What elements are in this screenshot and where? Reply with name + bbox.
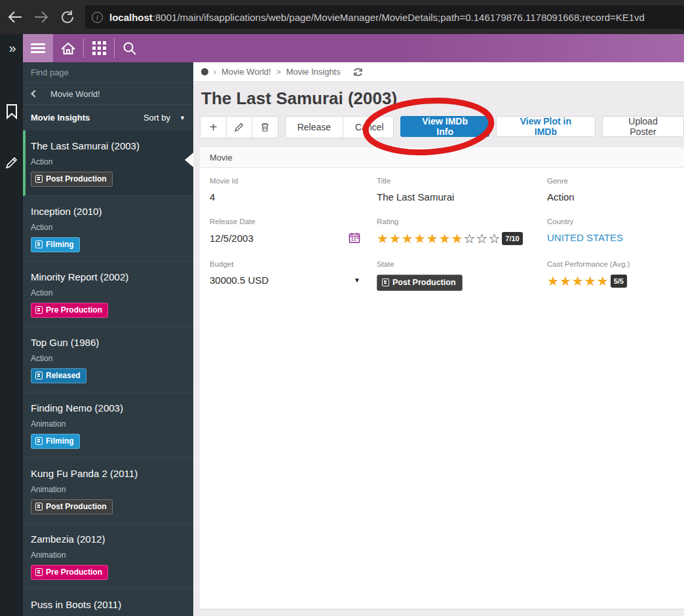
field-state: State Post Production <box>377 260 547 291</box>
find-page-row <box>23 62 193 83</box>
cast-score-badge: 5/5 <box>611 275 627 288</box>
dropdown-caret-icon[interactable]: ▼ <box>354 277 360 284</box>
url-host: localhost <box>109 12 153 23</box>
movie-genre: Action <box>31 288 185 298</box>
movie-genre: Animation <box>31 550 185 560</box>
breadcrumb-separator: > <box>276 67 281 77</box>
sidebar-back-movie-world[interactable]: Movie World! <box>23 83 193 105</box>
rating-stars[interactable]: ★★★★★★★☆☆☆ <box>377 232 501 245</box>
bookmark-icon[interactable] <box>0 98 23 125</box>
card-section-title: Movie <box>200 147 684 168</box>
main-content: › Movie World! > Movie Insights The Last… <box>193 62 684 616</box>
add-button[interactable]: + <box>200 117 226 138</box>
field-budget: Budget 30000.5 USD ▼ <box>210 260 377 291</box>
panel-title: Movie Insights <box>31 113 143 123</box>
field-cast-performance: Cast Performance (Avg.) ★★★★★ 5/5 <box>547 260 684 291</box>
movie-genre: Animation <box>31 485 185 494</box>
state-icon <box>35 437 43 445</box>
field-release-date: Release Date 12/5/2003 <box>210 218 377 245</box>
chevron-left-icon <box>31 90 38 97</box>
find-page-input[interactable] <box>31 67 185 77</box>
chevron-down-icon: ▼ <box>180 115 185 121</box>
movie-title: Puss in Boots (2011) <box>31 599 185 610</box>
back-label: Movie World! <box>50 89 100 99</box>
browser-refresh-icon[interactable] <box>56 6 79 28</box>
status-badge: Pre Production <box>31 565 108 580</box>
status-badge: Filming <box>31 434 80 449</box>
cast-stars[interactable]: ★★★★★ <box>547 275 609 288</box>
menu-hamburger-icon[interactable] <box>23 34 53 62</box>
browser-chrome: i localhost:8001/main/ifsapplications/we… <box>0 0 684 34</box>
annotate-pencil-icon[interactable] <box>0 149 23 176</box>
list-item-minority-report[interactable]: Minority Report (2002) Action Pre Produc… <box>23 261 193 327</box>
list-item-finding-nemo[interactable]: Finding Nemo (2003) Animation Filming <box>23 393 193 458</box>
panel-header: Movie Insights Sort by ▼ <box>23 105 193 130</box>
status-badge: Pre Production <box>31 303 108 318</box>
movie-title: Minority Report (2002) <box>31 271 185 282</box>
plus-icon: + <box>210 121 218 134</box>
app-launcher-grid-icon[interactable] <box>84 34 114 62</box>
expand-rail-icon[interactable]: » <box>0 34 23 62</box>
trash-icon <box>260 122 270 132</box>
browser-back-icon[interactable] <box>4 6 26 28</box>
state-icon <box>35 241 43 248</box>
movie-genre: Action <box>31 157 185 166</box>
breadcrumb-movie-world[interactable]: Movie World! <box>221 67 271 77</box>
field-genre: Genre Action <box>547 177 684 202</box>
state-icon <box>35 372 43 379</box>
page-title: The Last Samurai (2003) <box>201 88 397 109</box>
breadcrumb-separator: › <box>214 67 216 77</box>
home-icon[interactable] <box>53 34 83 62</box>
movie-title: Zambezia (2012) <box>31 533 185 545</box>
selected-item-wedge <box>185 153 193 167</box>
collapsed-nav-rail: » <box>0 34 23 616</box>
breadcrumb-root-dot[interactable] <box>201 68 208 75</box>
release-button[interactable]: Release <box>286 117 343 138</box>
calendar-icon[interactable] <box>349 232 360 244</box>
app-header-bar <box>23 34 684 62</box>
refresh-sync-icon[interactable] <box>352 67 364 77</box>
state-icon <box>35 306 43 314</box>
address-bar[interactable]: i localhost:8001/main/ifsapplications/we… <box>85 5 684 29</box>
state-action-group: Release Cancel <box>285 116 394 138</box>
status-badge: Released <box>31 368 86 383</box>
list-item-last-samurai[interactable]: The Last Samurai (2003) Action Post Prod… <box>23 130 193 196</box>
field-rating: Rating ★★★★★★★☆☆☆ 7/10 <box>377 218 547 245</box>
movie-detail-card: Movie Movie Id 4 Title The Last Samurai … <box>200 147 684 609</box>
breadcrumb: › Movie World! > Movie Insights <box>193 62 684 82</box>
crud-button-group: + <box>200 116 278 138</box>
view-plot-imdb-button[interactable]: View Plot in IMDb <box>496 116 596 137</box>
status-badge: Filming <box>31 237 80 252</box>
movie-genre: Action <box>31 354 185 363</box>
command-toolbar: + Release Cancel View IMDb Info View Plo… <box>200 116 684 138</box>
search-icon[interactable] <box>115 34 145 62</box>
url-path: :8001/main/ifsapplications/web/page/Movi… <box>153 12 645 23</box>
upload-poster-button[interactable]: Upload Poster <box>602 116 684 137</box>
state-icon <box>35 175 43 183</box>
browser-forward-icon[interactable] <box>30 6 52 28</box>
list-item-inception[interactable]: Inception (2010) Action Filming <box>23 196 193 261</box>
field-country: Country UNITED STATES <box>547 218 684 245</box>
list-item-zambezia[interactable]: Zambezia (2012) Animation Pre Production <box>23 524 193 589</box>
delete-button[interactable] <box>252 117 277 138</box>
state-icon <box>382 279 389 286</box>
country-link[interactable]: UNITED STATES <box>547 232 668 243</box>
list-item-kung-fu-panda[interactable]: Kung Fu Panda 2 (2011) Animation Post Pr… <box>23 458 193 524</box>
state-icon <box>35 503 43 510</box>
breadcrumb-movie-insights[interactable]: Movie Insights <box>286 67 341 77</box>
movie-title: Inception (2010) <box>31 206 185 217</box>
edit-button[interactable] <box>226 117 252 138</box>
site-info-icon[interactable]: i <box>92 12 103 23</box>
field-title: Title The Last Samurai <box>377 177 547 202</box>
view-imdb-info-button[interactable]: View IMDb Info <box>400 116 489 137</box>
list-item-puss-in-boots[interactable]: Puss in Boots (2011) Animation <box>23 589 193 616</box>
rating-score-badge: 7/10 <box>502 232 522 245</box>
list-item-top-gun[interactable]: Top Gun (1986) Action Released <box>23 327 193 393</box>
sort-by-control[interactable]: Sort by ▼ <box>143 113 185 123</box>
field-movie-id: Movie Id 4 <box>210 177 377 202</box>
movie-title: Top Gun (1986) <box>31 337 185 348</box>
state-badge: Post Production <box>377 275 463 291</box>
state-icon <box>35 568 43 576</box>
sort-by-label: Sort by <box>143 113 170 123</box>
cancel-button[interactable]: Cancel <box>343 117 394 138</box>
